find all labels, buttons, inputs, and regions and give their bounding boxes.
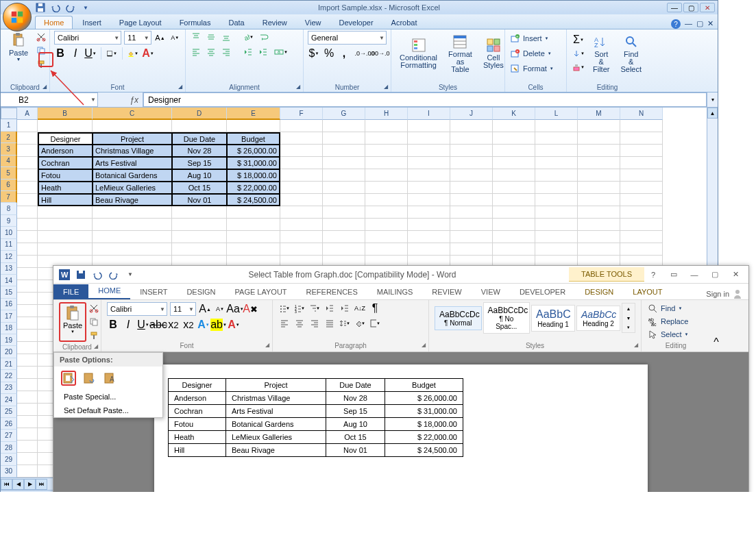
word-bullets-button[interactable]: ▼ — [278, 302, 291, 314]
cell-D10[interactable] — [172, 231, 227, 243]
cell-K11[interactable] — [493, 243, 535, 256]
cell-M9[interactable] — [578, 219, 620, 231]
ribbon-collapse-icon[interactable]: ^ — [710, 300, 722, 351]
sheet-nav-first[interactable]: ⏮ — [1, 479, 12, 490]
cell-B1[interactable] — [38, 120, 93, 132]
undo-icon[interactable] — [50, 2, 61, 13]
cell-F11[interactable] — [280, 243, 323, 256]
row-header-26[interactable]: 26 — [1, 418, 17, 430]
word-align-left-button[interactable] — [278, 317, 291, 330]
cell-K10[interactable] — [493, 231, 535, 243]
word-redo-icon[interactable] — [108, 269, 119, 280]
cell-K4[interactable] — [493, 157, 535, 169]
row-header-11[interactable]: 11 — [1, 239, 17, 251]
cell-H4[interactable] — [365, 157, 408, 169]
cell-G6[interactable] — [323, 182, 365, 194]
cell-E6[interactable]: $ 22,000.00 — [227, 182, 280, 194]
cell-G3[interactable] — [323, 145, 365, 157]
column-header-A[interactable]: A — [17, 108, 38, 120]
column-header-C[interactable]: C — [93, 108, 172, 120]
tab-page-layout[interactable]: Page Layout — [111, 16, 170, 29]
cell-M1[interactable] — [578, 120, 620, 132]
cell-M10[interactable] — [578, 231, 620, 243]
cell-E11[interactable] — [227, 243, 280, 256]
cell-F4[interactable] — [280, 157, 323, 169]
cell-J1[interactable] — [450, 120, 493, 132]
word-underline-button[interactable]: U▼ — [137, 319, 149, 331]
word-tab-file[interactable]: FILE — [53, 284, 88, 299]
cell-B11[interactable] — [38, 243, 93, 256]
cell-H8[interactable] — [365, 206, 408, 219]
cell-H9[interactable] — [365, 219, 408, 231]
paste-merge-formatting[interactable] — [82, 371, 97, 386]
word-table-cell[interactable]: Beau Rivage — [226, 444, 326, 457]
cell-D8[interactable] — [172, 206, 227, 219]
help-icon[interactable]: ? — [671, 19, 681, 29]
cell-F6[interactable] — [280, 182, 323, 194]
cell-F5[interactable] — [280, 169, 323, 182]
cell-I2[interactable] — [408, 132, 450, 145]
cell-K1[interactable] — [493, 120, 535, 132]
decrease-indent-button[interactable] — [242, 46, 254, 58]
formula-expand-icon[interactable]: ▾ — [707, 92, 718, 107]
cell-A24[interactable] — [17, 404, 38, 416]
cell-N5[interactable] — [620, 169, 663, 182]
cell-A5[interactable] — [17, 169, 38, 182]
cell-A27[interactable] — [17, 441, 38, 453]
word-table-cell[interactable]: Cochran — [169, 405, 226, 418]
cell-B6[interactable]: Heath — [38, 182, 93, 194]
cell-L10[interactable] — [535, 231, 578, 243]
word-tab-design[interactable]: DESIGN — [177, 284, 225, 299]
cell-I5[interactable] — [408, 169, 450, 182]
cell-C8[interactable] — [93, 206, 172, 219]
cell-I3[interactable] — [408, 145, 450, 157]
word-shading-button[interactable]: ▼ — [354, 317, 366, 330]
style-no-spacing[interactable]: AaBbCcDc¶ No Spac... — [483, 302, 531, 334]
word-copy-button[interactable] — [88, 316, 100, 328]
cell-A14[interactable] — [17, 280, 38, 293]
cell-E9[interactable] — [227, 219, 280, 231]
word-table-cell[interactable]: $ 22,000.00 — [385, 431, 463, 444]
word-borders-button[interactable]: ▼ — [369, 317, 381, 330]
word-minimize-button[interactable]: — — [685, 269, 703, 281]
word-font-size-combo[interactable]: 11▼ — [170, 302, 196, 316]
sort-filter-button[interactable]: AZSort & Filter — [589, 33, 613, 75]
row-header-10[interactable]: 10 — [1, 227, 17, 238]
align-center-button[interactable] — [205, 46, 217, 58]
cell-D3[interactable]: Nov 28 — [172, 145, 227, 157]
word-tab-review[interactable]: REVIEW — [422, 284, 471, 299]
word-cut-button[interactable] — [88, 302, 100, 314]
cell-M6[interactable] — [578, 182, 620, 194]
cell-H5[interactable] — [365, 169, 408, 182]
merge-center-button[interactable]: a▼ — [272, 46, 290, 58]
cell-K7[interactable] — [493, 194, 535, 206]
cell-A28[interactable] — [17, 453, 38, 465]
word-table-cell[interactable]: Heath — [169, 431, 226, 444]
word-font-launcher-icon[interactable]: ◢ — [265, 342, 269, 348]
word-tab-mailings[interactable]: MAILINGS — [367, 284, 423, 299]
cell-D2[interactable]: Due Date — [172, 132, 227, 145]
doc-minimize-button[interactable]: — — [685, 19, 692, 29]
cell-M3[interactable] — [578, 145, 620, 157]
formula-bar[interactable]: Designer — [143, 92, 707, 107]
word-decrease-indent-button[interactable] — [324, 302, 336, 314]
sign-in-link[interactable]: Sign in — [700, 288, 748, 299]
border-button[interactable]: ▼ — [106, 47, 118, 60]
word-tab-developer[interactable]: DEVELOPER — [510, 284, 575, 299]
row-header-30[interactable]: 30 — [1, 466, 17, 478]
cell-I6[interactable] — [408, 182, 450, 194]
column-header-N[interactable]: N — [620, 108, 663, 120]
word-data-table[interactable]: DesignerProjectDue DateBudget AndersonCh… — [168, 378, 463, 457]
cell-D7[interactable]: Nov 01 — [172, 194, 227, 206]
style-heading2[interactable]: AaBbCcHeading 2 — [576, 306, 620, 331]
cell-G10[interactable] — [323, 231, 365, 243]
cell-J2[interactable] — [450, 132, 493, 145]
cell-E2[interactable]: Budget — [227, 132, 280, 145]
wrap-text-button[interactable] — [257, 31, 271, 43]
cell-C5[interactable]: Botanical Gardens — [93, 169, 172, 182]
set-default-paste-menu-item[interactable]: Set Default Paste... — [54, 404, 162, 417]
cell-E10[interactable] — [227, 231, 280, 243]
word-show-marks-button[interactable]: ¶ — [369, 302, 381, 314]
word-table-cell[interactable]: Oct 15 — [326, 431, 385, 444]
word-restore-button[interactable]: ▢ — [706, 269, 724, 281]
